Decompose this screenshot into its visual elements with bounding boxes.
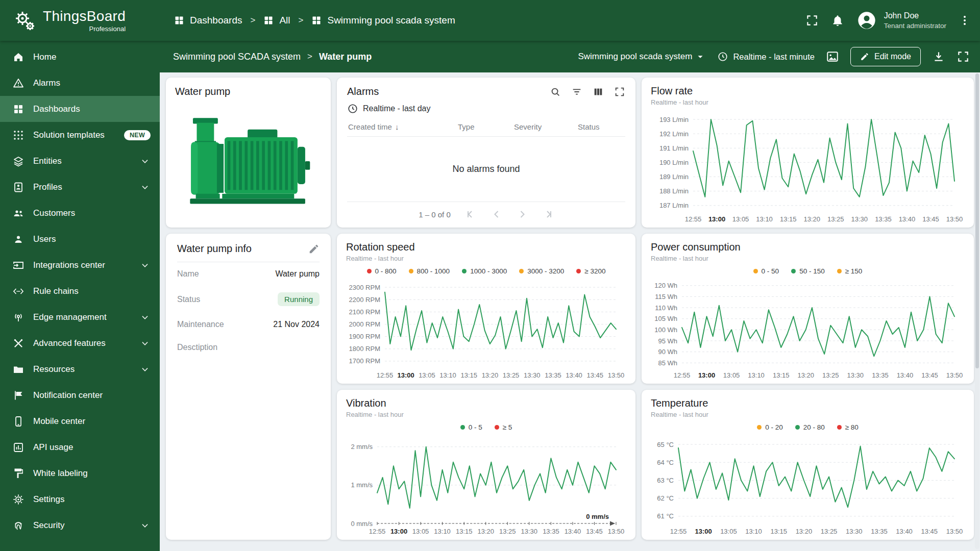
caret-down-icon bbox=[695, 51, 706, 62]
alarms-widget: Alarms Realtime - last day Created time … bbox=[337, 78, 635, 228]
breadcrumb-label: All bbox=[279, 15, 290, 26]
sidebar-item-integrations-center[interactable]: Integrations center bbox=[0, 252, 160, 278]
sidebar-item-settings[interactable]: Settings bbox=[0, 486, 160, 512]
widget-subtitle: Realtime - last hour bbox=[651, 255, 965, 262]
sidebar-item-label: Home bbox=[33, 52, 151, 62]
breadcrumb-all[interactable]: All bbox=[263, 15, 290, 26]
power-consumption-widget: Power consumption Realtime - last hour 0… bbox=[642, 234, 974, 384]
sidebar-item-api-usage[interactable]: API usage bbox=[0, 434, 160, 460]
download-icon[interactable] bbox=[932, 50, 945, 63]
kebab-menu-icon[interactable] bbox=[959, 14, 971, 27]
svg-text:13:40: 13:40 bbox=[566, 371, 582, 379]
filter-icon[interactable] bbox=[571, 86, 582, 97]
sidebar-item-edge-management[interactable]: Edge management bbox=[0, 304, 160, 330]
gears-logo-icon bbox=[12, 8, 37, 33]
widget-subtitle: Realtime - last hour bbox=[346, 411, 626, 418]
sidebar-item-solution-templates[interactable]: Solution templates NEW bbox=[0, 122, 160, 148]
dashboards-grid-icon bbox=[12, 103, 24, 115]
widget-title: Water pump info bbox=[177, 243, 252, 255]
svg-text:95 Wh: 95 Wh bbox=[658, 337, 677, 345]
svg-text:189 L/min: 189 L/min bbox=[659, 173, 689, 181]
new-badge: NEW bbox=[124, 130, 151, 140]
sidebar-item-label: Rule chains bbox=[33, 286, 151, 296]
last-page-icon[interactable] bbox=[542, 208, 554, 220]
svg-text:2 mm/s: 2 mm/s bbox=[351, 443, 373, 450]
svg-text:13:25: 13:25 bbox=[827, 215, 844, 223]
column-type[interactable]: Type bbox=[458, 122, 514, 131]
sidebar-item-home[interactable]: Home bbox=[0, 44, 160, 70]
home-icon bbox=[12, 51, 24, 63]
svg-text:13:05: 13:05 bbox=[732, 215, 749, 223]
edit-pencil-icon[interactable] bbox=[308, 243, 320, 255]
time-window-button[interactable]: Realtime - last minute bbox=[717, 51, 815, 62]
column-severity[interactable]: Severity bbox=[514, 122, 578, 131]
sidebar-item-white-labeling[interactable]: White labeling bbox=[0, 460, 160, 486]
legend-item: ≥ 80 bbox=[837, 423, 859, 431]
sidebar-item-notification-center[interactable]: Notification center bbox=[0, 382, 160, 408]
sidebar-item-label: White labeling bbox=[33, 468, 151, 479]
svg-text:13:15: 13:15 bbox=[780, 215, 797, 223]
column-status[interactable]: Status bbox=[578, 122, 624, 131]
breadcrumb-current-dashboard[interactable]: Swimming pool scada system bbox=[311, 15, 455, 26]
next-page-icon[interactable] bbox=[516, 208, 528, 220]
svg-text:13:10: 13:10 bbox=[439, 371, 456, 379]
svg-text:13:10: 13:10 bbox=[745, 528, 762, 535]
sidebar-item-label: Mobile center bbox=[33, 416, 151, 427]
svg-text:13:40: 13:40 bbox=[565, 528, 581, 535]
svg-text:62 °C: 62 °C bbox=[657, 494, 674, 502]
sidebar-item-alarms[interactable]: Alarms bbox=[0, 70, 160, 96]
edit-mode-button[interactable]: Edit mode bbox=[850, 47, 921, 66]
sidebar-item-rule-chains[interactable]: Rule chains bbox=[0, 278, 160, 304]
screenshot-image-icon[interactable] bbox=[826, 50, 839, 63]
svg-text:13:45: 13:45 bbox=[921, 528, 938, 535]
sidebar-item-resources[interactable]: Resources bbox=[0, 356, 160, 382]
prev-page-icon[interactable] bbox=[491, 208, 503, 220]
scrollbar[interactable] bbox=[975, 73, 979, 549]
svg-text:13:15: 13:15 bbox=[456, 528, 473, 535]
sidebar-item-entities[interactable]: Entities bbox=[0, 148, 160, 174]
alarms-time-window-label: Realtime - last day bbox=[363, 104, 431, 113]
sort-desc-icon[interactable]: ↓ bbox=[395, 122, 399, 131]
chevron-down-icon bbox=[139, 338, 151, 349]
sidebar-item-security[interactable]: Security bbox=[0, 512, 160, 538]
sidebar-item-advanced-features[interactable]: Advanced features bbox=[0, 330, 160, 356]
first-page-icon[interactable] bbox=[465, 208, 477, 220]
legend-dot bbox=[462, 269, 467, 273]
sidebar-item-mobile-center[interactable]: Mobile center bbox=[0, 408, 160, 434]
svg-text:13:20: 13:20 bbox=[803, 215, 820, 223]
fullscreen-icon[interactable] bbox=[614, 86, 625, 97]
tools-icon bbox=[12, 337, 24, 349]
sidebar-item-label: Entities bbox=[33, 156, 131, 166]
alarms-time-window[interactable]: Realtime - last day bbox=[347, 103, 625, 114]
breadcrumb-separator: > bbox=[250, 15, 255, 26]
user-menu[interactable]: John Doe Tenant administrator bbox=[856, 10, 946, 31]
notifications-bell-icon[interactable] bbox=[831, 14, 844, 27]
sidebar-item-users[interactable]: Users bbox=[0, 226, 160, 252]
edit-mode-label: Edit mode bbox=[874, 52, 911, 61]
breadcrumb-dashboard-root[interactable]: Swimming pool SCADA system bbox=[173, 52, 301, 62]
fullscreen-icon[interactable] bbox=[805, 14, 819, 27]
legend-item: 50 - 150 bbox=[791, 267, 825, 275]
scrollbar-thumb[interactable] bbox=[975, 73, 979, 368]
svg-text:13:05: 13:05 bbox=[723, 371, 740, 379]
svg-text:1 mm/s: 1 mm/s bbox=[351, 481, 373, 489]
thingsboard-logo[interactable]: ThingsBoard Professional bbox=[0, 8, 160, 33]
widget-title: Flow rate bbox=[651, 85, 965, 97]
svg-text:13:50: 13:50 bbox=[946, 215, 963, 223]
sidebar-item-label: Profiles bbox=[33, 182, 131, 192]
legend-dot bbox=[409, 269, 413, 273]
sidebar-item-profiles[interactable]: Profiles bbox=[0, 174, 160, 200]
sidebar-item-dashboards[interactable]: Dashboards bbox=[0, 96, 160, 122]
state-selector-dropdown[interactable]: Swimming pool scada system bbox=[578, 51, 706, 62]
sidebar-item-customers[interactable]: Customers bbox=[0, 200, 160, 226]
person-icon bbox=[12, 233, 24, 245]
legend-dot bbox=[757, 425, 762, 430]
search-icon[interactable] bbox=[550, 86, 561, 97]
legend-item: 800 - 1000 bbox=[409, 267, 450, 275]
breadcrumb-dashboards[interactable]: Dashboards bbox=[174, 15, 242, 26]
column-created-time[interactable]: Created time ↓ bbox=[348, 122, 458, 131]
columns-icon[interactable] bbox=[593, 86, 604, 97]
svg-text:13:35: 13:35 bbox=[875, 215, 892, 223]
svg-text:120 Wh: 120 Wh bbox=[654, 282, 677, 289]
fullscreen-icon[interactable] bbox=[957, 50, 970, 63]
